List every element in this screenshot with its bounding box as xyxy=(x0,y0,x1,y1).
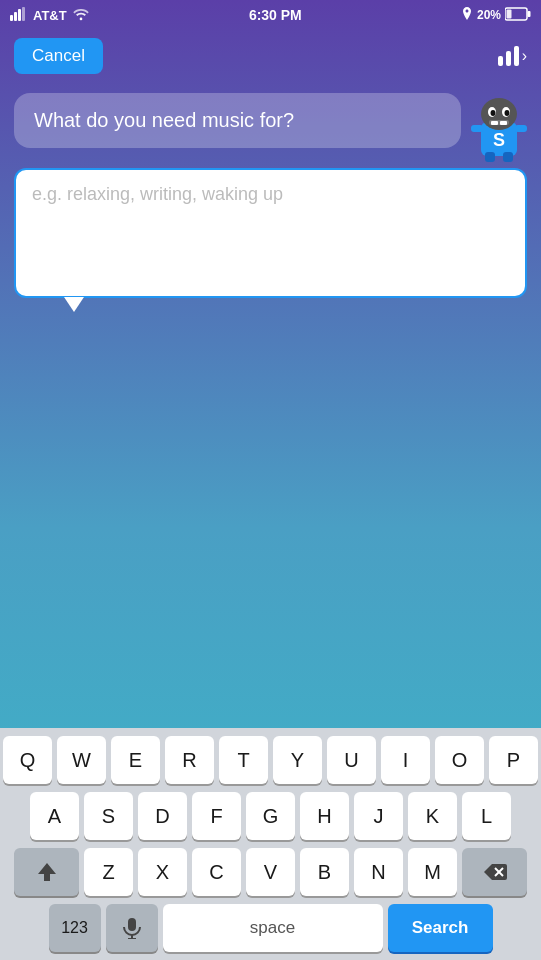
key-l[interactable]: L xyxy=(462,792,511,840)
key-k[interactable]: K xyxy=(408,792,457,840)
bars-nav[interactable]: › xyxy=(498,46,527,66)
microphone-key[interactable] xyxy=(106,904,158,952)
key-f[interactable]: F xyxy=(192,792,241,840)
svg-rect-19 xyxy=(485,152,495,162)
time-display: 6:30 PM xyxy=(249,7,302,23)
header: Cancel › xyxy=(0,30,541,82)
key-t[interactable]: T xyxy=(219,736,268,784)
keyboard-row-2: A S D F G H J K L xyxy=(3,792,538,840)
key-v[interactable]: V xyxy=(246,848,295,896)
key-i[interactable]: I xyxy=(381,736,430,784)
key-s[interactable]: S xyxy=(84,792,133,840)
input-wrapper xyxy=(14,168,527,298)
svg-rect-15 xyxy=(491,121,498,125)
status-bar: AT&T 6:30 PM 20% xyxy=(0,0,541,30)
key-a[interactable]: A xyxy=(30,792,79,840)
status-left: AT&T xyxy=(10,7,90,24)
key-w[interactable]: W xyxy=(57,736,106,784)
battery-icon xyxy=(505,7,531,24)
svg-point-13 xyxy=(505,110,510,116)
key-q[interactable]: Q xyxy=(3,736,52,784)
search-key[interactable]: Search xyxy=(388,904,493,952)
svg-point-12 xyxy=(491,110,496,116)
key-r[interactable]: R xyxy=(165,736,214,784)
key-b[interactable]: B xyxy=(300,848,349,896)
key-h[interactable]: H xyxy=(300,792,349,840)
numbers-key[interactable]: 123 xyxy=(49,904,101,952)
shift-key[interactable] xyxy=(14,848,79,896)
key-j[interactable]: J xyxy=(354,792,403,840)
svg-point-9 xyxy=(481,98,517,130)
carrier-label: AT&T xyxy=(33,8,67,23)
svg-rect-16 xyxy=(500,121,507,125)
cancel-button[interactable]: Cancel xyxy=(14,38,103,74)
svg-text:S: S xyxy=(493,130,505,150)
key-x[interactable]: X xyxy=(138,848,187,896)
keyboard: Q W E R T Y U I O P A S D F G H J K L Z … xyxy=(0,728,541,960)
bar1 xyxy=(498,56,503,66)
space-key[interactable]: space xyxy=(163,904,383,952)
signal-icon xyxy=(10,7,28,24)
battery-percent: 20% xyxy=(477,8,501,22)
svg-rect-1 xyxy=(14,12,17,21)
svg-rect-24 xyxy=(128,918,136,931)
key-m[interactable]: M xyxy=(408,848,457,896)
chat-question: What do you need music for? xyxy=(14,93,461,148)
key-d[interactable]: D xyxy=(138,792,187,840)
svg-rect-17 xyxy=(471,125,483,132)
status-right: 20% xyxy=(461,7,531,24)
key-u[interactable]: U xyxy=(327,736,376,784)
delete-key[interactable] xyxy=(462,848,527,896)
bar3 xyxy=(514,46,519,66)
svg-rect-5 xyxy=(528,11,531,17)
key-g[interactable]: G xyxy=(246,792,295,840)
key-n[interactable]: N xyxy=(354,848,403,896)
svg-rect-20 xyxy=(503,152,513,162)
key-e[interactable]: E xyxy=(111,736,160,784)
key-o[interactable]: O xyxy=(435,736,484,784)
keyboard-row-3: Z X C V B N M xyxy=(3,848,538,896)
key-c[interactable]: C xyxy=(192,848,241,896)
speech-tail xyxy=(64,297,84,312)
chat-area: What do you need music for? S xyxy=(0,82,541,158)
chevron-right-icon: › xyxy=(522,47,527,65)
bar2 xyxy=(506,51,511,66)
keyboard-bottom-row: 123 space Search xyxy=(3,904,538,952)
svg-rect-0 xyxy=(10,15,13,21)
mascot-avatar: S xyxy=(471,92,527,148)
key-z[interactable]: Z xyxy=(84,848,133,896)
svg-marker-21 xyxy=(38,863,56,881)
bars-icon xyxy=(498,46,519,66)
svg-rect-3 xyxy=(22,7,25,21)
keyboard-row-1: Q W E R T Y U I O P xyxy=(3,736,538,784)
svg-rect-18 xyxy=(515,125,527,132)
music-purpose-input[interactable] xyxy=(14,168,527,298)
key-y[interactable]: Y xyxy=(273,736,322,784)
svg-rect-2 xyxy=(18,9,21,21)
key-p[interactable]: P xyxy=(489,736,538,784)
svg-rect-6 xyxy=(507,9,512,18)
wifi-icon xyxy=(72,7,90,24)
location-icon xyxy=(461,7,473,24)
